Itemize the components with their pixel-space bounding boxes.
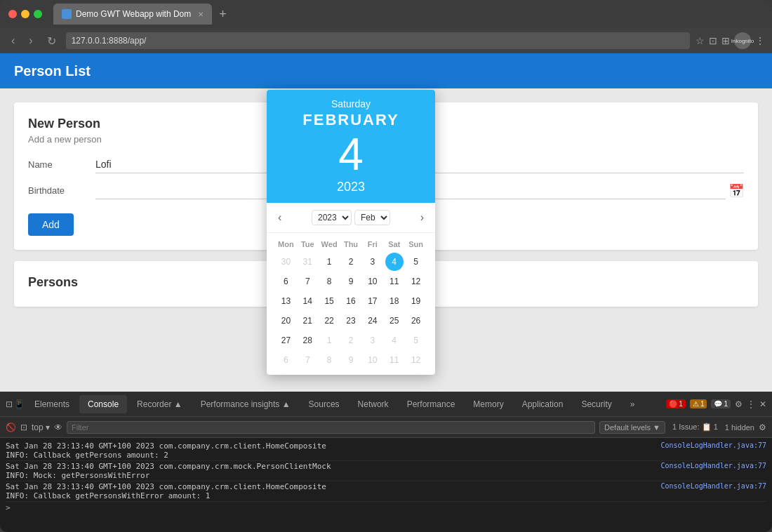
- calendar-day[interactable]: 20: [277, 312, 295, 330]
- console-line-1-link[interactable]: ConsoleLogHandler.java:77: [660, 441, 766, 460]
- calendar-days: 3031123456789101112131415161718192021222…: [275, 253, 427, 369]
- calendar-day[interactable]: 15: [320, 292, 338, 310]
- calendar-day[interactable]: 18: [385, 292, 404, 310]
- calendar-day[interactable]: 17: [364, 292, 382, 310]
- calendar-day[interactable]: 4: [385, 331, 404, 350]
- tab-close-button[interactable]: ✕: [198, 11, 204, 18]
- console-line-3-link[interactable]: ConsoleLogHandler.java:77: [660, 482, 766, 500]
- address-text: 127.0.0.1:8888/app/: [72, 36, 147, 46]
- devtools-inspect-icon[interactable]: ⊡: [6, 399, 13, 409]
- devtools-tab-performance[interactable]: Performance: [399, 395, 464, 413]
- devtools-tab-network[interactable]: Network: [350, 395, 397, 413]
- calendar-day[interactable]: 2: [342, 331, 360, 350]
- calendar-day[interactable]: 8: [320, 272, 338, 291]
- calendar-day[interactable]: 1: [320, 331, 338, 350]
- devtools-tab-application[interactable]: Application: [514, 395, 572, 413]
- devtools-more-button[interactable]: ⋮: [747, 399, 755, 409]
- calendar-day[interactable]: 13: [277, 292, 295, 310]
- calendar-day[interactable]: 22: [320, 312, 338, 330]
- calendar-day[interactable]: 28: [298, 331, 317, 350]
- calendar-nav: ‹ 2023 Feb ›: [267, 203, 435, 233]
- devtools-tab-elements[interactable]: Elements: [26, 395, 78, 413]
- calendar-day[interactable]: 7: [298, 272, 317, 291]
- console-line-2-link[interactable]: ConsoleLogHandler.java:77: [660, 462, 766, 480]
- calendar-day[interactable]: 23: [342, 312, 360, 330]
- console-line-1: Sat Jan 28 23:13:40 GMT+100 2023 com.com…: [6, 441, 766, 461]
- calendar-day[interactable]: 3: [364, 331, 382, 350]
- calendar-day[interactable]: 11: [385, 272, 404, 291]
- devtools-device-icon[interactable]: 📱: [14, 399, 25, 409]
- add-button[interactable]: Add: [28, 213, 74, 236]
- bookmark-button[interactable]: ☆: [696, 35, 705, 46]
- nav-actions: ☆ ⊡ ⊞ Inkognito ⋮: [696, 32, 765, 49]
- devtools-settings-button[interactable]: ⚙: [735, 399, 743, 409]
- close-button[interactable]: [8, 10, 17, 18]
- devtools-tab-memory[interactable]: Memory: [465, 395, 512, 413]
- calendar-day[interactable]: 3: [364, 253, 382, 271]
- new-tab-button[interactable]: +: [215, 7, 231, 22]
- console-line-3: Sat Jan 28 23:13:40 GMT+100 2023 com.com…: [6, 481, 766, 502]
- devtools-tab-console[interactable]: Console: [79, 395, 127, 413]
- extensions-button[interactable]: ⊞: [721, 35, 730, 46]
- calendar-day[interactable]: 2: [342, 253, 360, 271]
- user-avatar[interactable]: Inkognito: [734, 32, 751, 49]
- console-eye-button[interactable]: 👁: [54, 423, 62, 432]
- calendar-day[interactable]: 8: [320, 351, 338, 369]
- cast-button[interactable]: ⊡: [709, 35, 717, 46]
- calendar-day[interactable]: 14: [298, 292, 317, 310]
- calendar-day[interactable]: 26: [407, 312, 425, 330]
- calendar-day[interactable]: 11: [385, 351, 404, 369]
- console-levels-select[interactable]: Default levels ▼: [599, 421, 665, 434]
- reload-button[interactable]: ↻: [43, 33, 60, 49]
- console-settings-button[interactable]: ⚙: [759, 423, 766, 432]
- devtools-tab-security[interactable]: Security: [573, 395, 620, 413]
- calendar-day[interactable]: 25: [385, 312, 404, 330]
- calendar-day[interactable]: 16: [342, 292, 360, 310]
- calendar-day[interactable]: 7: [298, 351, 317, 369]
- calendar-day[interactable]: 21: [298, 312, 317, 330]
- devtools-tabs: ⊡ 📱 Elements Console Recorder ▲ Performa…: [0, 392, 772, 417]
- calendar-day[interactable]: 10: [364, 351, 382, 369]
- month-select[interactable]: Feb: [354, 210, 390, 225]
- console-top-select[interactable]: top ▾: [32, 423, 50, 432]
- devtools-tab-perf-insights[interactable]: Performance insights ▲: [192, 395, 299, 413]
- active-tab[interactable]: Demo GWT Webapp with Dom ✕: [53, 4, 212, 25]
- calendar-day[interactable]: 30: [277, 253, 295, 271]
- back-button[interactable]: ‹: [7, 33, 19, 48]
- calendar-day[interactable]: 1: [320, 253, 338, 271]
- year-select[interactable]: 2023: [312, 210, 352, 225]
- calendar-day[interactable]: 5: [407, 253, 425, 271]
- devtools-tab-recorder[interactable]: Recorder ▲: [128, 395, 191, 413]
- devtools-panel: ⊡ 📱 Elements Console Recorder ▲ Performa…: [0, 392, 772, 532]
- calendar-icon-button[interactable]: 📅: [728, 183, 744, 199]
- calendar-day[interactable]: 6: [277, 351, 295, 369]
- calendar-day[interactable]: 27: [277, 331, 295, 350]
- calendar-day[interactable]: 24: [364, 312, 382, 330]
- devtools-tab-more[interactable]: »: [622, 395, 644, 413]
- calendar-day[interactable]: 10: [364, 272, 382, 291]
- console-filter-input[interactable]: [67, 421, 595, 434]
- forward-button[interactable]: ›: [25, 33, 36, 48]
- calendar-day[interactable]: 6: [277, 272, 295, 291]
- clear-console-button[interactable]: 🚫: [6, 423, 16, 432]
- app-header: Person List: [0, 53, 772, 88]
- address-bar[interactable]: 127.0.0.1:8888/app/: [66, 32, 690, 49]
- calendar-day[interactable]: 9: [342, 272, 360, 291]
- menu-button[interactable]: ⋮: [755, 35, 765, 46]
- minimize-button[interactable]: [21, 10, 29, 18]
- calendar-day[interactable]: 31: [298, 253, 317, 271]
- maximize-button[interactable]: [34, 10, 42, 18]
- calendar-day[interactable]: 19: [407, 292, 425, 310]
- calendar-day[interactable]: 4: [385, 253, 404, 271]
- console-filter-icon[interactable]: ⊡: [20, 423, 27, 432]
- calendar-next-button[interactable]: ›: [418, 208, 427, 227]
- console-prompt-line: >: [6, 502, 766, 514]
- calendar-day[interactable]: 12: [407, 272, 425, 291]
- calendar-header: Saturday FEBRUARY 4 2023: [267, 90, 435, 203]
- calendar-day[interactable]: 9: [342, 351, 360, 369]
- devtools-close-button[interactable]: ✕: [759, 399, 766, 409]
- calendar-day[interactable]: 5: [407, 331, 425, 350]
- calendar-day[interactable]: 12: [407, 351, 425, 369]
- devtools-tab-sources[interactable]: Sources: [300, 395, 348, 413]
- calendar-prev-button[interactable]: ‹: [275, 208, 284, 227]
